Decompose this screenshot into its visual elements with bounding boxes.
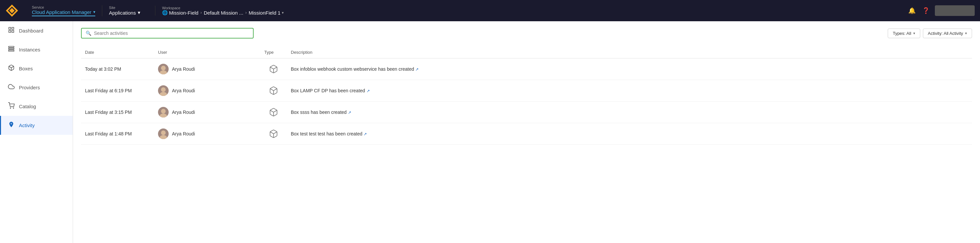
description-text: Box ssss has been created <box>291 110 347 115</box>
external-link-icon[interactable]: ↗ <box>348 110 351 115</box>
row-date: Today at 3:02 PM <box>81 59 154 80</box>
row-user: Arya Roudi <box>154 123 260 145</box>
description-text: Box LAMP CF DP has been created <box>291 88 365 93</box>
breadcrumb-chevron-2: › <box>245 10 247 15</box>
service-dropdown-arrow: ▾ <box>93 10 95 14</box>
table-header: Date User Type Description <box>81 46 972 59</box>
boxes-icon <box>8 64 15 73</box>
workspace-breadcrumb: 🌐 Mission-Field › Default Mission ... › … <box>162 10 900 16</box>
dashboard-icon <box>8 27 15 35</box>
row-date: Last Friday at 1:48 PM <box>81 123 154 145</box>
row-user: Arya Roudi <box>154 102 260 123</box>
user-name: Arya Roudi <box>172 131 195 137</box>
service-label: Service <box>32 5 95 9</box>
activity-filter-button[interactable]: Activity: All Activity ▾ <box>923 29 972 38</box>
row-description: Box LAMP CF DP has been created ↗ <box>287 80 972 102</box>
site-label: Site <box>109 6 148 10</box>
top-nav-actions: 🔔 ❓ <box>907 5 975 16</box>
account-button[interactable] <box>935 5 975 16</box>
box-type-icon <box>269 64 278 74</box>
box-type-icon <box>269 129 278 138</box>
help-button[interactable]: ❓ <box>921 6 931 16</box>
description-text: Box test test test has been created <box>291 131 363 137</box>
svg-point-11 <box>10 108 11 108</box>
sidebar-item-activity[interactable]: Activity <box>0 116 73 135</box>
search-icon: 🔍 <box>86 30 91 36</box>
logo-area[interactable] <box>5 4 25 17</box>
workspace-mission-field-link[interactable]: 🌐 Mission-Field <box>162 10 198 16</box>
description-text: Box infoblox webhook custom webservice h… <box>291 67 414 72</box>
sidebar-instances-label: Instances <box>19 47 40 52</box>
sidebar-item-instances[interactable]: Instances <box>0 40 73 59</box>
workspace-section: Workspace 🌐 Mission-Field › Default Miss… <box>155 6 907 16</box>
avatar <box>158 64 169 75</box>
svg-rect-9 <box>9 50 14 51</box>
col-type: Type <box>260 46 287 59</box>
top-nav: Service Cloud Application Manager ▾ Site… <box>0 0 980 21</box>
table-body: Today at 3:02 PM Arya Roudi Box infoblox… <box>81 59 972 145</box>
row-type <box>260 102 287 123</box>
table-row: Last Friday at 3:15 PM Arya Roudi Box ss… <box>81 102 972 123</box>
row-type <box>260 123 287 145</box>
box-type-icon <box>269 86 278 95</box>
sidebar-item-catalog[interactable]: Catalog <box>0 97 73 116</box>
site-dropdown-arrow: ▾ <box>138 10 140 16</box>
filter-buttons: Types: All ▾ Activity: All Activity ▾ <box>888 29 972 38</box>
search-input[interactable] <box>94 30 249 36</box>
site-section: Site Applications ▾ <box>102 6 155 16</box>
table-row: Last Friday at 6:19 PM Arya Roudi Box LA… <box>81 80 972 102</box>
site-name-button[interactable]: Applications ▾ <box>109 10 148 16</box>
svg-rect-4 <box>12 27 14 30</box>
svg-rect-5 <box>9 30 11 33</box>
row-description: Box infoblox webhook custom webservice h… <box>287 59 972 80</box>
user-name: Arya Roudi <box>172 67 195 72</box>
content-area: 🔍 Types: All ▾ Activity: All Activity ▾ … <box>73 21 980 243</box>
notifications-button[interactable]: 🔔 <box>907 6 917 16</box>
external-link-icon[interactable]: ↗ <box>415 67 418 72</box>
svg-rect-6 <box>12 30 14 33</box>
catalog-icon <box>8 102 15 111</box>
svg-rect-3 <box>9 27 11 30</box>
sidebar-boxes-label: Boxes <box>19 66 33 71</box>
types-filter-button[interactable]: Types: All ▾ <box>888 29 920 38</box>
search-box[interactable]: 🔍 <box>81 28 254 38</box>
row-description: Box ssss has been created ↗ <box>287 102 972 123</box>
workspace-label: Workspace <box>162 6 900 10</box>
external-link-icon[interactable]: ↗ <box>364 132 367 137</box>
user-name: Arya Roudi <box>172 110 195 115</box>
col-user: User <box>154 46 260 59</box>
activity-icon <box>8 121 15 129</box>
service-section: Service Cloud Application Manager ▾ <box>25 5 102 16</box>
workspace-dropdown-arrow: ▾ <box>282 11 284 15</box>
sidebar-item-dashboard[interactable]: Dashboard <box>0 21 73 40</box>
main-layout: Dashboard Instances Boxes <box>0 21 980 243</box>
table-row: Today at 3:02 PM Arya Roudi Box infoblox… <box>81 59 972 80</box>
sidebar-activity-label: Activity <box>19 122 35 128</box>
row-type <box>260 80 287 102</box>
row-user: Arya Roudi <box>154 59 260 80</box>
row-user: Arya Roudi <box>154 80 260 102</box>
service-name-button[interactable]: Cloud Application Manager ▾ <box>32 9 95 15</box>
sidebar-dashboard-label: Dashboard <box>19 28 43 33</box>
breadcrumb-chevron-1: › <box>200 10 202 15</box>
svg-point-12 <box>13 108 14 108</box>
row-date: Last Friday at 3:15 PM <box>81 102 154 123</box>
logo-icon <box>5 4 19 17</box>
col-description: Description <box>287 46 972 59</box>
sidebar-catalog-label: Catalog <box>19 103 36 109</box>
workspace-default-mission-link[interactable]: Default Mission ... <box>204 10 243 16</box>
service-underline <box>32 16 95 16</box>
col-date: Date <box>81 46 154 59</box>
svg-rect-7 <box>9 46 14 48</box>
user-name: Arya Roudi <box>172 88 195 93</box>
activity-filter-label: Activity: All Activity <box>928 31 963 36</box>
sidebar-item-providers[interactable]: Providers <box>0 78 73 97</box>
sidebar-item-boxes[interactable]: Boxes <box>0 59 73 78</box>
types-filter-label: Types: All <box>892 31 911 36</box>
avatar <box>158 85 169 96</box>
workspace-missionfield1-button[interactable]: MissionField 1 ▾ <box>249 10 284 16</box>
avatar <box>158 107 169 118</box>
types-filter-arrow: ▾ <box>913 31 915 35</box>
row-type <box>260 59 287 80</box>
external-link-icon[interactable]: ↗ <box>366 89 370 93</box>
